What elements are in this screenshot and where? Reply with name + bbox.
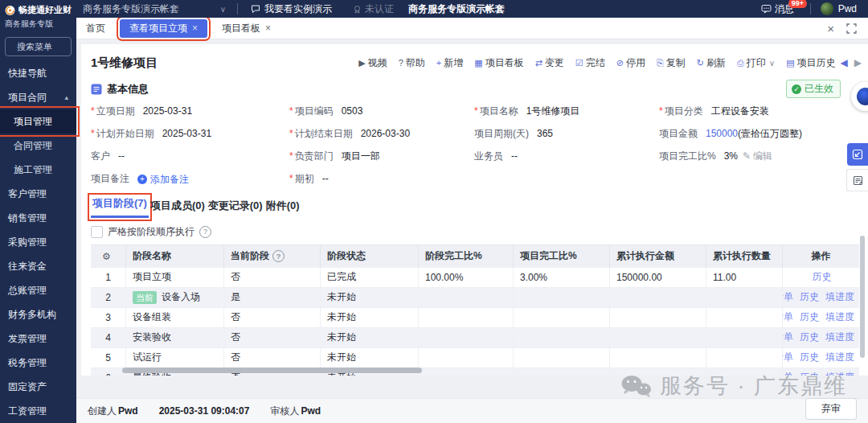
tab-project-stages[interactable]: 项目阶段(7) [91,196,149,218]
tab-home[interactable]: 首页 [76,18,115,39]
sidebar-item-label: 销售管理 [8,206,47,230]
sidebar-search-input[interactable] [15,41,65,52]
finish-button[interactable]: ☑ 完结 [575,56,605,70]
sidebar-item-finance-multi-org[interactable]: 财务多机构 [0,302,76,326]
tab-project-members[interactable]: 项目成员(0) [149,199,207,218]
add-execution-order-link[interactable]: +执行单 [783,310,793,324]
chevron-down-icon[interactable]: ∨ [769,59,775,68]
abandon-audit-button[interactable]: 弃审 [805,398,857,420]
expand-panel-button[interactable] [847,143,868,166]
cell-project-completion: 3.00% [514,268,610,287]
help-icon[interactable]: ? [272,250,285,262]
info-field: 项目备注 +添加备注 [91,173,289,186]
add-execution-order-link[interactable]: +执行单 [783,331,793,344]
field-label: 立项日期 [96,105,135,117]
app-window: 畅捷通好业财 商务服务专版 快捷导航 项目合同 ▴ 项目管理 合同管理 施工管理… [0,0,868,423]
sidebar-menu: 快捷导航 项目合同 ▴ 项目管理 合同管理 施工管理 客户管理 销售管理 采购管… [0,61,76,423]
fill-progress-link[interactable]: 填进度 [825,290,854,304]
field-value: 2025-03-31 [162,128,211,140]
history-link[interactable]: 历史 [800,290,819,304]
strict-order-checkbox[interactable] [91,226,103,238]
help-button[interactable]: ? 帮助 [399,56,425,70]
account-dropdown[interactable]: 商务服务专版演示帐套 ∨ [76,2,235,16]
sidebar-item-fixed-assets[interactable]: 固定资产 [0,375,76,399]
field-label: 计划结束日期 [295,128,353,140]
close-icon[interactable]: × [192,23,198,34]
brand-logo-icon [5,5,15,16]
add-execution-order-link[interactable]: +执行单 [783,351,793,364]
toolbar-label: 帮助 [406,56,425,70]
project-board-button[interactable]: ▦ 项目看板 [474,56,523,70]
sidebar-item-payroll-mgmt[interactable]: 工资管理 [0,399,76,423]
note-float-button[interactable] [846,169,868,191]
history-link[interactable]: 历史 [800,351,819,364]
refresh-button[interactable]: ↻ 刷新 [697,56,726,70]
field-value-link[interactable]: 150000 [706,128,738,140]
sidebar-item-quick-nav[interactable]: 快捷导航 [0,61,76,85]
field-label: 项目金额 [659,128,698,140]
sidebar-item-purchase-mgmt[interactable]: 采购管理 [0,230,76,254]
column-header: 操作 [783,245,859,268]
add-button[interactable]: + 新增 [436,56,463,70]
sidebar-item-project-contract[interactable]: 项目合同 ▴ [0,85,76,109]
close-icon[interactable]: × [827,22,834,35]
sidebar-item-general-ledger[interactable]: 总账管理 [0,278,76,302]
horizontal-scrollbar[interactable] [122,368,422,373]
tab-attachments[interactable]: 附件(0) [264,199,301,218]
tab-view-project[interactable]: 查看项目立项 × [120,19,207,38]
gear-icon[interactable]: ⚙ [102,251,111,262]
cell-actions: +执行单 历史 填进度 [783,328,859,347]
logo-block: 畅捷通好业财 商务服务专版 [0,0,76,31]
toolbar-label: 复制 [666,56,686,70]
history-link[interactable]: 历史 [800,331,819,344]
collapse-arrow-icon[interactable]: ▴ [64,85,68,109]
sidebar-item-contract-mgmt[interactable]: 合同管理 [0,133,76,158]
history-link[interactable]: 历史 [813,270,832,284]
user-name[interactable]: Pwd [838,3,857,14]
tab-project-board[interactable]: 项目看板 × [212,18,280,39]
video-button[interactable]: ▶ 视频 [358,56,387,70]
add-execution-order-link[interactable]: +执行单 [783,290,793,304]
column-header: 项目完工比% [514,245,610,268]
disable-button[interactable]: ⊘ 停用 [616,56,645,70]
sidebar-item-tax-mgmt[interactable]: 税务管理 [0,351,76,375]
watermark: 服务号 · 广东鼎维 [620,372,847,400]
info-field: 项目金额 150000 (壹拾伍万圆整) [659,128,862,140]
sidebar-item-invoice-mgmt[interactable]: 发票管理 [0,326,76,351]
note-icon [853,175,863,186]
cell-actions: +执行单 历史 填进度 [783,348,859,368]
sidebar-item-funds[interactable]: 往来资金 [0,254,76,278]
demo-link[interactable]: 我要看实例演示 [251,2,332,16]
fill-progress-link[interactable]: 填进度 [825,331,854,344]
prev-record-button[interactable]: ◀ [841,57,848,68]
user-avatar[interactable] [821,2,833,15]
topbar: 商务服务专版演示帐套 ∨ 我要看实例演示 未认证 商务服务专版演示帐套 [76,0,868,18]
help-icon[interactable]: ? [199,226,211,238]
messages-button[interactable]: 消息 99+ [761,2,794,16]
sidebar-search[interactable] [5,37,72,56]
add-note-link[interactable]: +添加备注 [137,174,189,186]
change-button[interactable]: ⇄ 变更 [535,56,564,70]
vertical-scrollbar[interactable] [860,236,865,358]
fill-progress-link[interactable]: 填进度 [825,351,854,364]
edit-link[interactable]: ✎编辑 [743,150,772,162]
tab-label: 查看项目立项 [129,22,187,35]
cell-stage-status: 未开始 [321,288,419,307]
fullscreen-icon[interactable] [846,23,857,34]
cell-current-stage: 是 [224,288,321,307]
fill-progress-link[interactable]: 填进度 [825,310,854,324]
close-icon[interactable]: × [265,23,271,34]
sidebar-item-sales-mgmt[interactable]: 销售管理 [0,206,76,230]
history-link[interactable]: 历史 [800,310,819,324]
field-label: 客户 [91,150,110,162]
print-button[interactable]: ⎙ 打印 ∨ [737,56,775,70]
sidebar-item-label: 发票管理 [8,326,47,351]
project-history-button[interactable]: ▤ 项目历史 [786,56,835,70]
next-record-button[interactable]: ▶ [854,57,862,68]
sidebar-item-project-mgmt[interactable]: 项目管理 [0,109,76,133]
sidebar-item-customer-mgmt[interactable]: 客户管理 [0,182,76,206]
tab-change-records[interactable]: 变更记录(0) [207,199,264,218]
sidebar-item-construction-mgmt[interactable]: 施工管理 [0,158,76,182]
field-value: 项目一部 [342,150,380,162]
copy-button[interactable]: ⎘ 复制 [657,56,686,70]
